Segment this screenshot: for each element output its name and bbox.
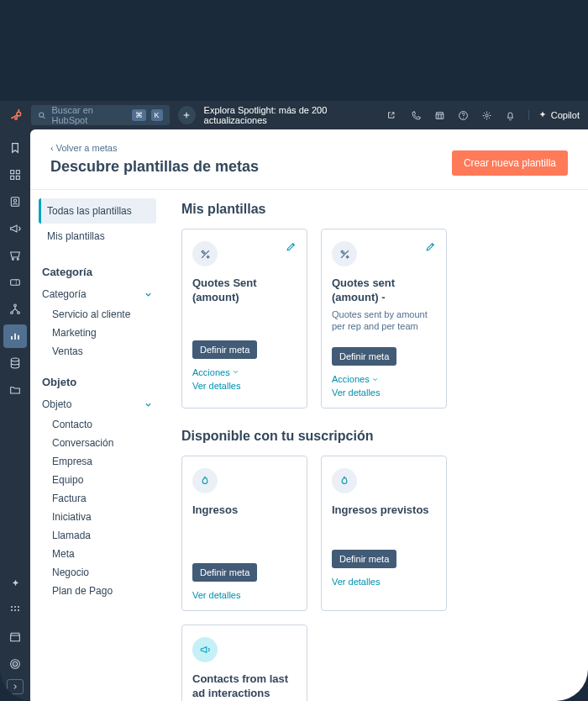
sidebar-item-servicio[interactable]: Servicio al cliente	[30, 305, 165, 324]
sidebar-item-negocio[interactable]: Negocio	[30, 563, 165, 582]
rail-sparkle-icon[interactable]	[3, 572, 27, 595]
section-available: Disponible con tu suscripción	[181, 429, 571, 444]
main-content: Mis plantillas Quotes Sent (amount) Defi…	[165, 190, 588, 701]
svg-point-22	[14, 304, 17, 307]
details-link[interactable]: Ver detalles	[192, 590, 297, 600]
sidebar-item-conversacion[interactable]: Conversación	[30, 434, 165, 452]
details-link[interactable]: Ver detalles	[332, 577, 436, 587]
rail-folder-icon[interactable]	[3, 378, 27, 402]
kbd-cmd: ⌘	[132, 109, 146, 121]
svg-rect-17	[16, 176, 19, 179]
sidebar-item-contacto[interactable]: Contacto	[30, 415, 165, 434]
search-placeholder: Buscar en HubSpot	[51, 105, 126, 125]
left-rail	[0, 129, 30, 701]
svg-rect-14	[11, 171, 14, 174]
svg-point-23	[11, 312, 13, 314]
pencil-icon[interactable]	[425, 241, 436, 252]
sidebar-item-equipo[interactable]: Equipo	[30, 471, 165, 489]
sidebar-section-object: Objeto	[30, 371, 165, 393]
rail-contact-icon[interactable]	[3, 190, 27, 213]
svg-point-31	[18, 606, 19, 608]
top-icons	[411, 109, 517, 121]
page-title: Descubre plantillas de metas	[50, 158, 259, 176]
svg-point-33	[14, 609, 16, 611]
define-goal-button[interactable]: Definir meta	[332, 347, 396, 366]
template-card: Quotes Sent (amount) Definir meta Accion…	[181, 229, 307, 408]
svg-point-6	[14, 118, 17, 120]
topbar: Buscar en HubSpot ⌘ K Explora Spotlight:…	[0, 101, 588, 129]
chevron-down-icon	[144, 400, 153, 409]
card-title: Ingresos previstos	[332, 503, 436, 518]
rail-bookmarks-icon[interactable]	[3, 136, 27, 160]
kbd-k: K	[151, 109, 163, 121]
svg-point-12	[463, 117, 464, 118]
sidebar-item-factura[interactable]: Factura	[30, 489, 165, 508]
marketplace-icon[interactable]	[434, 109, 446, 121]
spotlight-link[interactable]: Explora Spotlight: más de 200 actualizac…	[204, 105, 396, 125]
sidebar-expander-category[interactable]: Categoría	[30, 283, 165, 305]
bell-icon[interactable]	[505, 109, 517, 121]
help-icon[interactable]	[458, 109, 470, 121]
sidebar-item-empresa[interactable]: Empresa	[30, 452, 165, 471]
svg-point-30	[14, 606, 16, 608]
svg-point-13	[486, 113, 488, 116]
card-title: Contacts from last ad interactions	[192, 672, 297, 701]
svg-rect-15	[16, 171, 19, 174]
back-link[interactable]: ‹ Volver a metas	[50, 143, 259, 153]
sidebar-tab-mine[interactable]: Mis plantillas	[39, 224, 156, 249]
hubspot-logo	[8, 108, 23, 123]
define-goal-button[interactable]: Definir meta	[192, 340, 257, 359]
create-template-button[interactable]: Crear nueva plantilla	[452, 150, 568, 176]
svg-point-4	[18, 109, 19, 111]
section-my-templates: Mis plantillas	[181, 202, 571, 217]
rail-megaphone-icon[interactable]	[3, 217, 27, 240]
gear-icon[interactable]	[481, 109, 493, 121]
rail-grid-icon[interactable]	[3, 163, 27, 187]
details-link[interactable]: Ver detalles	[192, 381, 297, 391]
details-link[interactable]: Ver detalles	[332, 387, 436, 398]
page-header: ‹ Volver a metas Descubre plantillas de …	[30, 129, 588, 186]
svg-point-29	[11, 606, 13, 608]
sidebar-item-llamada[interactable]: Llamada	[30, 526, 165, 545]
sidebar-expander-object[interactable]: Objeto	[30, 393, 165, 415]
template-sidebar: Todas las plantillas Mis plantillas Cate…	[30, 190, 165, 701]
card-title: Quotes sent (amount) -	[332, 277, 436, 305]
rail-apps-icon[interactable]	[3, 598, 27, 622]
sidebar-item-iniciativa[interactable]: Iniciativa	[30, 508, 165, 526]
fire-icon	[332, 468, 357, 493]
rail-ticket-icon[interactable]	[3, 271, 27, 294]
rail-analytics-icon[interactable]	[3, 324, 27, 348]
rail-tree-icon[interactable]	[3, 298, 27, 321]
svg-point-24	[18, 312, 20, 314]
add-button[interactable]	[178, 106, 196, 124]
rail-cart-icon[interactable]	[3, 244, 27, 267]
rail-collapse-icon[interactable]	[7, 679, 24, 694]
rail-target-icon[interactable]	[3, 652, 27, 676]
sidebar-tab-all[interactable]: Todas las plantillas	[39, 198, 156, 224]
svg-point-32	[11, 609, 13, 611]
sidebar-item-plan[interactable]: Plan de Pago	[30, 582, 165, 600]
svg-rect-16	[11, 176, 14, 179]
actions-link[interactable]: Acciones	[192, 367, 297, 377]
card-title: Quotes Sent (amount)	[192, 277, 297, 305]
pencil-icon[interactable]	[286, 241, 297, 252]
actions-link[interactable]: Acciones	[332, 374, 436, 384]
define-goal-button[interactable]: Definir meta	[192, 563, 257, 582]
fire-icon	[192, 468, 218, 493]
define-goal-button[interactable]: Definir meta	[332, 550, 396, 568]
phone-icon[interactable]	[411, 109, 423, 121]
rail-store-icon[interactable]	[3, 625, 27, 649]
sidebar-item-ventas[interactable]: Ventas	[30, 342, 165, 361]
template-card: Contacts from last ad interactions Defin…	[181, 625, 307, 701]
sidebar-section-category: Categoría	[30, 261, 165, 283]
svg-point-37	[14, 663, 15, 664]
wrench-icon	[192, 241, 218, 266]
wrench-icon	[332, 241, 357, 266]
search-input[interactable]: Buscar en HubSpot ⌘ K	[31, 105, 169, 125]
rail-database-icon[interactable]	[3, 351, 27, 375]
sidebar-item-meta[interactable]: Meta	[30, 545, 165, 563]
svg-line-8	[44, 116, 45, 118]
copilot-button[interactable]: Copilot	[528, 110, 580, 120]
sidebar-item-marketing[interactable]: Marketing	[30, 324, 165, 342]
content: ‹ Volver a metas Descubre plantillas de …	[30, 129, 588, 701]
